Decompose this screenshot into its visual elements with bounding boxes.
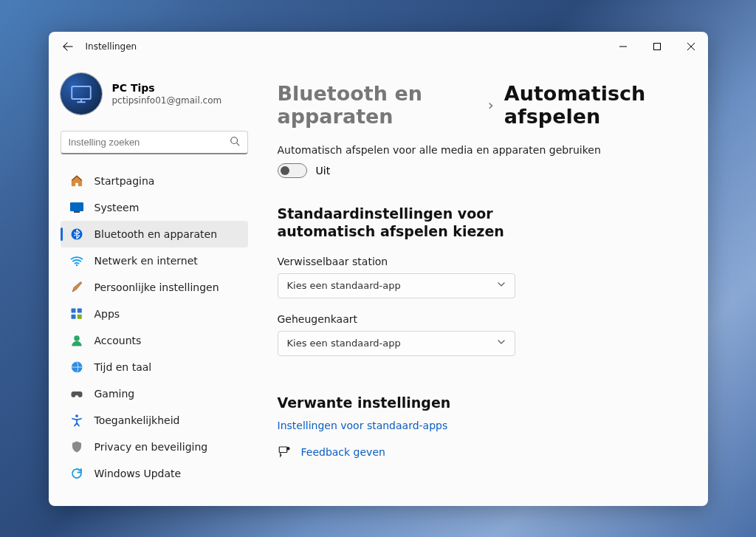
feedback-label: Feedback geven (301, 446, 385, 458)
apps-icon (69, 307, 84, 321)
sidebar-item-bluetooth[interactable]: Bluetooth en apparaten (61, 221, 248, 247)
accessibility-icon (69, 413, 84, 428)
brush-icon (69, 280, 84, 295)
chevron-right-icon: › (488, 96, 494, 114)
select-value: Kies een standaard-app (287, 280, 401, 291)
field-memory-card: Geheugenkaart Kies een standaard-app (278, 313, 687, 356)
feedback-icon (278, 445, 291, 460)
svg-rect-4 (74, 211, 80, 213)
field-label: Geheugenkaart (278, 313, 687, 325)
svg-rect-8 (77, 308, 81, 312)
svg-rect-0 (653, 43, 660, 49)
search-icon (230, 135, 240, 149)
svg-point-6 (75, 264, 77, 265)
sidebar-item-label: Toegankelijkheid (94, 414, 180, 426)
toggle-state-label: Uit (316, 165, 331, 177)
sidebar-item-label: Tijd en taal (94, 361, 152, 373)
sidebar-item-access[interactable]: Toegankelijkheid (61, 407, 248, 434)
sidebar-item-personal[interactable]: Persoonlijke instellingen (61, 274, 248, 301)
person-icon (69, 333, 84, 348)
sidebar-item-label: Accounts (94, 335, 142, 346)
arrow-left-icon (63, 41, 73, 52)
breadcrumb: Bluetooth en apparaten › Automatisch afs… (278, 82, 687, 128)
sidebar-item-apps[interactable]: Apps (61, 301, 248, 327)
search-box[interactable] (61, 131, 248, 154)
select-value: Kies een standaard-app (287, 338, 401, 349)
sidebar-item-label: Apps (94, 308, 120, 320)
sidebar: PC Tips pctipsinfo01@gmail.com Startpagi… (49, 61, 260, 506)
sidebar-item-label: Systeem (94, 202, 140, 213)
sidebar-item-label: Persoonlijke instellingen (94, 281, 219, 293)
default-apps-link[interactable]: Instellingen voor standaard-apps (278, 420, 687, 431)
chevron-down-icon (497, 338, 506, 349)
content-wrap: PC Tips pctipsinfo01@gmail.com Startpagi… (49, 61, 708, 506)
back-button[interactable] (61, 39, 75, 54)
profile-email: pctipsinfo01@gmail.com (112, 95, 222, 106)
field-removable-drive: Verwisselbaar station Kies een standaard… (278, 256, 687, 298)
sidebar-item-network[interactable]: Netwerk en internet (61, 247, 248, 274)
related-settings: Verwante instellingen Instellingen voor … (278, 394, 687, 460)
avatar (61, 73, 102, 114)
removable-drive-select[interactable]: Kies een standaard-app (278, 273, 515, 298)
sidebar-item-label: Bluetooth en apparaten (94, 228, 218, 240)
profile-name: PC Tips (112, 82, 222, 94)
profile-text: PC Tips pctipsinfo01@gmail.com (112, 82, 222, 106)
avatar-icon (69, 81, 94, 106)
main-content: Bluetooth en apparaten › Automatisch afs… (260, 61, 708, 506)
svg-point-2 (230, 137, 237, 143)
wifi-icon (69, 253, 84, 268)
chevron-down-icon (497, 280, 506, 291)
svg-rect-10 (77, 314, 81, 318)
toggle-knob-icon (281, 166, 289, 175)
sidebar-item-update[interactable]: Windows Update (61, 460, 248, 487)
sidebar-item-label: Startpagina (94, 175, 155, 187)
autoplay-toggle[interactable] (278, 163, 307, 178)
sidebar-item-label: Netwerk en internet (94, 255, 198, 267)
breadcrumb-parent[interactable]: Bluetooth en apparaten (278, 82, 478, 128)
window-title: Instellingen (86, 41, 137, 52)
sidebar-item-label: Gaming (94, 388, 135, 400)
svg-point-15 (286, 447, 290, 451)
gamepad-icon (69, 386, 84, 401)
close-icon (687, 43, 695, 50)
globe-clock-icon (69, 360, 84, 374)
svg-rect-7 (71, 308, 75, 312)
minimize-icon (619, 43, 627, 50)
update-icon (69, 466, 84, 481)
shield-icon (69, 439, 84, 454)
window-controls (606, 32, 708, 61)
profile-block[interactable]: PC Tips pctipsinfo01@gmail.com (61, 61, 248, 131)
maximize-icon (653, 43, 661, 50)
sidebar-item-label: Windows Update (94, 468, 182, 479)
svg-point-13 (75, 414, 78, 417)
autoplay-toggle-row: Uit (278, 163, 687, 178)
nav: Startpagina Systeem Bluetooth en apparat… (61, 168, 248, 487)
field-label: Verwisselbaar station (278, 256, 687, 267)
sidebar-item-accounts[interactable]: Accounts (61, 327, 248, 354)
sidebar-item-gaming[interactable]: Gaming (61, 380, 248, 407)
minimize-button[interactable] (606, 32, 640, 61)
svg-rect-3 (70, 202, 83, 211)
titlebar: Instellingen (49, 32, 708, 61)
sidebar-item-privacy[interactable]: Privacy en beveiliging (61, 434, 248, 460)
search-input[interactable] (69, 137, 230, 148)
sidebar-item-time[interactable]: Tijd en taal (61, 354, 248, 380)
maximize-button[interactable] (640, 32, 674, 61)
svg-rect-9 (71, 314, 75, 318)
close-button[interactable] (674, 32, 708, 61)
related-heading: Verwante instellingen (278, 394, 687, 411)
home-icon (69, 174, 84, 188)
autoplay-description: Automatisch afspelen voor alle media en … (278, 144, 687, 156)
memory-card-select[interactable]: Kies een standaard-app (278, 331, 515, 356)
defaults-heading: Standaardinstellingen voor automatisch a… (278, 205, 588, 241)
svg-rect-1 (72, 86, 91, 99)
settings-window: Instellingen PC Tips pctipsinfo01@gmail.… (49, 32, 708, 506)
sidebar-item-system[interactable]: Systeem (61, 194, 248, 221)
sidebar-item-label: Privacy en beveiliging (94, 441, 208, 453)
sidebar-item-home[interactable]: Startpagina (61, 168, 248, 194)
feedback-link[interactable]: Feedback geven (278, 445, 687, 460)
bluetooth-icon (69, 227, 84, 242)
svg-point-11 (74, 335, 80, 341)
page-title: Automatisch afspelen (504, 82, 687, 128)
svg-rect-14 (279, 447, 287, 453)
